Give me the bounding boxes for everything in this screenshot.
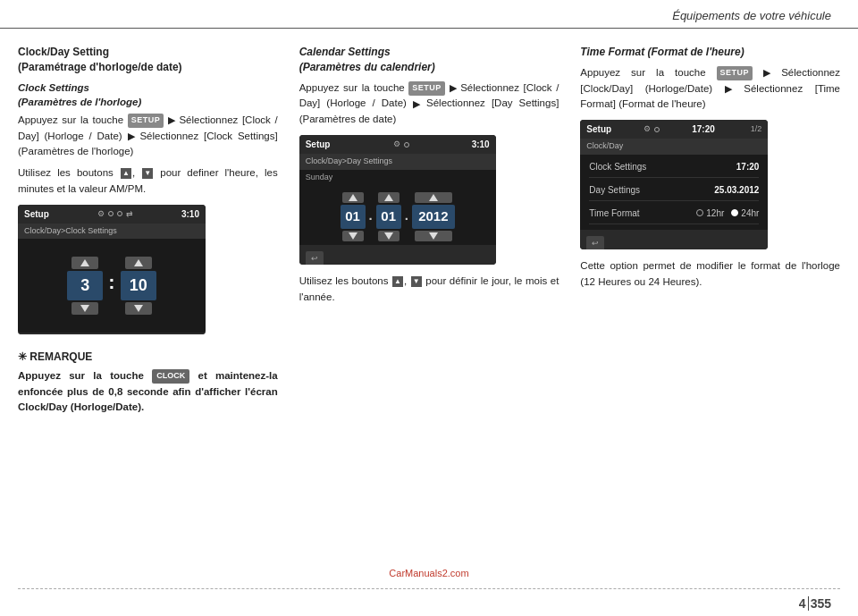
screen2-body: 01 . 01 . <box>299 185 496 245</box>
screen2-icons: ⚙ <box>393 139 409 151</box>
screen2-dot1 <box>404 142 409 148</box>
tf-options: 12hr 24hr <box>696 207 759 220</box>
down-triangle2 <box>134 305 143 312</box>
col2-title: Calendar Settings (Paramètres du calendr… <box>299 45 559 75</box>
tf-value-ds: 25.03.2012 <box>714 183 759 197</box>
tf-radio-24hr[interactable]: 24hr <box>731 207 759 220</box>
up-icon-col1: ▲ <box>121 168 131 179</box>
screen2-mockup: Setup ⚙ 3:10 Clock/Day>Day Settings Sund… <box>299 135 496 265</box>
up-tri5 <box>429 194 438 201</box>
screen1-body: 3 : 10 <box>18 239 206 333</box>
down-tri4 <box>384 232 393 240</box>
month-box: 01 <box>376 192 401 241</box>
screen2-subheader: Clock/Day>Day Settings <box>299 154 496 170</box>
clock-colon: : <box>108 267 114 297</box>
date-row: 01 . 01 . <box>341 192 455 241</box>
day-box: 01 <box>341 192 366 241</box>
watermark: CarManuals2.com <box>0 568 858 578</box>
page-number: 4 <box>799 596 806 611</box>
clock-minute-box: 10 <box>121 257 156 315</box>
footer-sep <box>808 596 809 611</box>
sep1: . <box>369 206 373 226</box>
up-triangle <box>80 259 89 266</box>
col1-body: Appuyez sur la touche SETUP ▶ Sélectionn… <box>18 113 278 160</box>
clock-badge: CLOCK <box>152 369 189 384</box>
up-icon-col2: ▲ <box>392 276 403 287</box>
setup-badge-col3: SETUP <box>717 66 753 80</box>
tf-radio-12hr[interactable]: 12hr <box>696 207 724 220</box>
year-box: 2012 <box>412 192 455 241</box>
back-btn-screen2[interactable]: ↩ <box>306 251 324 266</box>
screen2-time: 3:10 <box>472 138 490 151</box>
tf-label-tf: Time Format <box>589 207 639 220</box>
tf-label-cs: Clock Settings <box>589 160 646 173</box>
screen1-icon-dot1 <box>108 211 114 216</box>
down-tri3 <box>349 232 358 240</box>
down-icon-col2: ▼ <box>411 276 422 287</box>
hour-up-btn[interactable] <box>72 257 98 269</box>
day-up-btn[interactable] <box>342 192 364 203</box>
back-btn-screen3[interactable]: ↩ <box>586 236 604 250</box>
month-value: 01 <box>376 205 401 229</box>
screen1-icon-dot2 <box>117 211 122 216</box>
month-down-btn[interactable] <box>378 231 400 241</box>
up-tri3 <box>349 194 358 201</box>
year-down-btn[interactable] <box>415 231 452 241</box>
clock-display: 3 : 10 <box>67 257 156 315</box>
screen3-page-info: 1/2 <box>751 123 762 136</box>
month-up-btn[interactable] <box>378 192 400 203</box>
hour-down-btn[interactable] <box>72 302 98 315</box>
setup-badge-col2: SETUP <box>408 81 445 96</box>
footer-content: 4 355 <box>0 589 858 616</box>
up-tri4 <box>384 194 393 201</box>
column-3: Time Format (Format de l'heure) Appuyez … <box>569 45 840 555</box>
col2-body: Appuyez sur la touche SETUP ▶ Sélectionn… <box>299 80 559 128</box>
screen1-header: Setup ⚙ ⇄ 3:10 <box>18 205 206 224</box>
screen3-footer: ↩ <box>580 230 768 250</box>
screen3-subheader: Clock/Day <box>580 139 768 155</box>
screen1-time: 3:10 <box>181 207 199 221</box>
column-1: Clock/Day Setting (Paramétrage d'horloge… <box>18 45 289 555</box>
page-header: Équipements de votre véhicule <box>0 0 858 29</box>
col3-body: Appuyez sur la touche SETUP ▶ Sélectionn… <box>580 65 840 113</box>
screen3-header: Setup ⚙ 17:20 1/2 <box>580 120 768 139</box>
down-tri5 <box>429 232 438 240</box>
minute-up-btn[interactable] <box>125 257 152 269</box>
day-label: Sunday <box>299 170 496 186</box>
col3-body2: Cette option permet de modifier le forma… <box>580 258 840 291</box>
clock-hour: 3 <box>67 271 103 300</box>
year-value: 2012 <box>412 205 455 229</box>
sep2: . <box>405 206 408 226</box>
page-title: Équipements de votre véhicule <box>672 9 831 22</box>
col1-sub-title: Clock Settings (Paramètres de l'horloge) <box>18 80 278 109</box>
screen2-title: Setup <box>306 138 331 151</box>
screen2-footer: ↩ <box>299 245 496 266</box>
year-up-btn[interactable] <box>415 192 452 203</box>
remarque-title: ✳ REMARQUE <box>18 349 278 365</box>
col3-title: Time Format (Format de l'heure) <box>580 45 840 60</box>
arrow-col1: ▶ <box>168 113 175 128</box>
col1-body2: Utilisez les boutons ▲, ▼ pour definer l… <box>18 165 278 198</box>
screen3-body: Clock Settings 17:20 Day Settings 25.03.… <box>580 155 768 230</box>
tf-label-ds: Day Settings <box>589 183 640 197</box>
screen3-time: 17:20 <box>692 122 715 136</box>
tf-radio-dot-12hr <box>696 209 703 216</box>
down-triangle <box>80 305 89 312</box>
column-2: Calendar Settings (Paramètres du calendr… <box>289 45 570 555</box>
screen1-icons: ⚙ ⇄ <box>97 208 133 221</box>
screen3-mockup: Setup ⚙ 17:20 1/2 Clock/Day Clock Settin… <box>580 120 768 249</box>
tf-row-time-format: Time Format 12hr 24hr <box>589 207 759 224</box>
clock-hour-box: 3 <box>67 257 103 315</box>
day-down-btn[interactable] <box>342 231 364 241</box>
screen1-title: Setup <box>24 207 49 221</box>
screen1-subheader: Clock/Day>Clock Settings <box>18 224 206 240</box>
footer-page-num: 4 355 <box>799 596 831 611</box>
remarque-section: ✳ REMARQUE Appuyez sur la touche CLOCK e… <box>18 343 278 416</box>
screen1-icon-arrows: ⇄ <box>126 208 133 221</box>
screen3-title: Setup <box>586 122 611 136</box>
tf-radio-dot-24hr <box>731 209 738 216</box>
minute-down-btn[interactable] <box>125 302 152 315</box>
main-content: Clock/Day Setting (Paramétrage d'horloge… <box>0 29 858 564</box>
setup-badge-col1: SETUP <box>128 114 164 128</box>
down-icon-col1: ▼ <box>142 168 153 179</box>
